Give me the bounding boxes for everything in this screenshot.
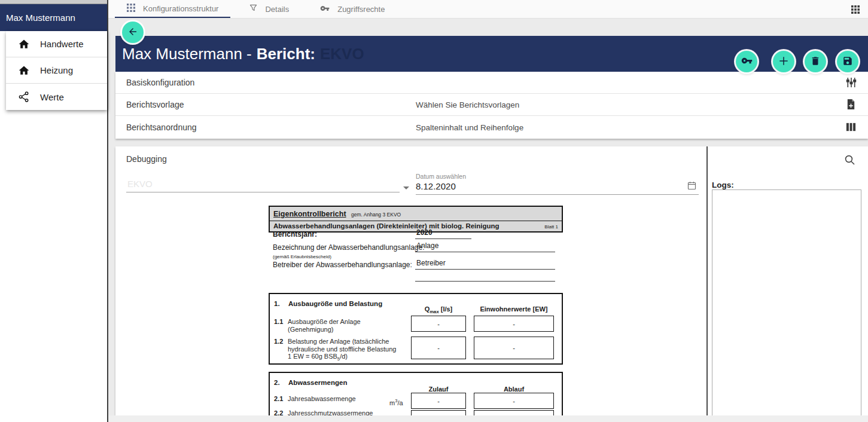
doc-section-1: 1. Ausbaugröße und Belastung Qmax [l/s] … bbox=[269, 293, 563, 365]
doc-input-2-1-ablauf[interactable]: - bbox=[474, 393, 554, 409]
select-value: EKVO bbox=[127, 179, 153, 189]
doc-fields: Berichtsjahr: 2020 Bezeichnung der Abwas… bbox=[269, 228, 563, 284]
row-berichtsanordnung[interactable]: Berichtsanordnung Spalteninhalt und Reih… bbox=[115, 116, 868, 138]
add-button[interactable] bbox=[773, 51, 794, 72]
row-number: 1.1 bbox=[274, 318, 283, 325]
back-button[interactable] bbox=[122, 22, 144, 43]
row-label: Berichtsanordnung bbox=[126, 123, 197, 132]
doc-year-label: Berichtsjahr: bbox=[273, 230, 317, 238]
sidebar-item-handwerte[interactable]: Handwerte bbox=[6, 31, 107, 57]
sidebar-item-label: Werte bbox=[40, 92, 64, 102]
sidebar-top-strip bbox=[0, 0, 107, 4]
chevron-down-icon[interactable] bbox=[403, 186, 409, 189]
main-area: Konfigurationsstruktur Details Zugriffsr… bbox=[108, 0, 868, 422]
date-field-value: 8.12.2020 bbox=[416, 181, 699, 191]
logs-divider bbox=[706, 146, 708, 415]
row-value: Spalteninhalt und Reihenfolge bbox=[416, 123, 523, 132]
row-number: 1.2 bbox=[274, 338, 283, 345]
sidebar-item-label: Handwerte bbox=[40, 39, 84, 49]
doc-input-1-2-qmax[interactable]: - bbox=[411, 337, 466, 359]
arrow-left-icon bbox=[127, 26, 138, 39]
tab-label: Zugriffsrechte bbox=[337, 5, 385, 14]
date-field-label: Datum auswählen bbox=[416, 173, 699, 180]
user-name: Max Mustermann bbox=[6, 13, 75, 23]
grid-icon bbox=[127, 4, 135, 14]
row-basiskonfiguration[interactable]: Basiskonfiguration bbox=[115, 72, 868, 94]
key-icon bbox=[741, 55, 753, 68]
doc-title: Eigenkontrollbericht bbox=[273, 210, 346, 218]
section-title: Abwassermengen bbox=[288, 379, 347, 386]
page-title: Max Mustermann - bbox=[122, 45, 252, 63]
doc-operator-label: Betreiber der Abwasserbehandlungsanlage: bbox=[273, 261, 412, 269]
row-label: Basiskonfiguration bbox=[126, 78, 194, 87]
row-value: Wählen Sie Berichtsvorlagen bbox=[416, 100, 519, 109]
section-title: Ausbaugröße und Belastung bbox=[288, 300, 382, 307]
row-label: Berichtsvorlage bbox=[126, 100, 184, 109]
home-icon bbox=[18, 38, 30, 50]
row-number: 2.1 bbox=[274, 395, 283, 402]
trash-icon bbox=[810, 56, 821, 68]
doc-input-1-1-qmax[interactable]: - bbox=[411, 316, 466, 332]
row-text: Jahresschmutzwassermenge bbox=[288, 409, 373, 415]
report-type-select[interactable]: EKVO bbox=[126, 175, 400, 192]
tab-konfigurationsstruktur[interactable]: Konfigurationsstruktur bbox=[115, 0, 230, 18]
search-icon[interactable] bbox=[844, 154, 855, 166]
save-button[interactable] bbox=[837, 51, 858, 72]
sidebar-user-header: Max Mustermann bbox=[0, 4, 107, 31]
tab-label: Details bbox=[265, 5, 289, 14]
row-text: Ausbaugröße der Anlage(Genehmigung) bbox=[288, 318, 361, 333]
page-title-bold: Bericht: bbox=[257, 45, 315, 63]
doc-operator-value: Betreiber bbox=[415, 259, 555, 270]
plus-icon bbox=[778, 55, 790, 69]
date-field[interactable]: Datum auswählen 8.12.2020 bbox=[416, 173, 699, 195]
tab-label: Konfigurationsstruktur bbox=[143, 4, 218, 13]
share-icon bbox=[18, 91, 30, 103]
row-unit: m3/a bbox=[389, 398, 403, 406]
note-add-icon[interactable] bbox=[845, 99, 857, 111]
row-number: 2.2 bbox=[274, 409, 283, 415]
col-header-qmax: Qmax [l/s] bbox=[411, 305, 466, 315]
tab-details[interactable]: Details bbox=[237, 0, 301, 18]
filter-icon bbox=[249, 4, 257, 14]
doc-year-value: 2020 bbox=[415, 228, 471, 239]
doc-input-2-1-zulauf[interactable]: - bbox=[411, 393, 466, 409]
sidebar-item-label: Heizung bbox=[40, 65, 73, 75]
row-berichtsvorlage[interactable]: Berichtsvorlage Wählen Sie Berichtsvorla… bbox=[115, 94, 868, 116]
logs-label: Logs: bbox=[712, 181, 734, 189]
columns-icon[interactable] bbox=[845, 121, 857, 133]
doc-input-1-2-ew[interactable]: - bbox=[474, 337, 554, 359]
doc-input-2-2-ablauf[interactable] bbox=[474, 410, 554, 415]
sidebar-menu: Handwerte Heizung Werte bbox=[6, 31, 107, 110]
home-icon bbox=[18, 65, 30, 77]
apps-grid-icon[interactable] bbox=[851, 5, 860, 14]
sidebar: Max Mustermann Handwerte Heizung bbox=[0, 0, 108, 422]
doc-title-suffix: gem. Anhang 3 EKVO bbox=[351, 212, 401, 218]
doc-section-2: 2. Abwassermengen Zulauf Ablauf 2.1 Jahr… bbox=[269, 372, 563, 415]
sliders-icon[interactable] bbox=[845, 77, 857, 88]
tab-bar: Konfigurationsstruktur Details Zugriffsr… bbox=[108, 0, 868, 19]
calendar-icon[interactable] bbox=[687, 181, 696, 190]
sidebar-item-heizung[interactable]: Heizung bbox=[6, 57, 107, 84]
doc-input-1-1-ew[interactable]: - bbox=[474, 316, 554, 332]
config-card: Basiskonfiguration Berichtsvorlage Wähle… bbox=[115, 72, 868, 139]
page-title-faint: EKVO bbox=[320, 45, 364, 63]
doc-empty-line bbox=[415, 272, 555, 282]
save-icon bbox=[842, 56, 853, 68]
debugging-card: Debugging EKVO Datum auswählen 8.12.2020 bbox=[115, 146, 868, 415]
debugging-title: Debugging bbox=[126, 154, 167, 164]
row-text: Jahresabwassermenge bbox=[288, 395, 356, 403]
bottom-strip bbox=[108, 415, 868, 422]
row-text: Belastung der Anlage (tatsächlichehydrau… bbox=[288, 338, 396, 363]
tab-zugriffsrechte[interactable]: Zugriffsrechte bbox=[308, 0, 397, 18]
col-header-ew: Einwohnerwerte [EW] bbox=[474, 305, 554, 313]
section-number: 2. bbox=[274, 379, 280, 386]
logs-panel[interactable] bbox=[712, 189, 861, 415]
key-icon bbox=[320, 4, 330, 15]
delete-button[interactable] bbox=[805, 51, 826, 72]
sidebar-item-werte[interactable]: Werte bbox=[6, 84, 107, 110]
doc-input-2-2-zulauf[interactable] bbox=[411, 410, 466, 415]
section-number: 1. bbox=[274, 300, 280, 307]
access-rights-button[interactable] bbox=[736, 51, 757, 72]
